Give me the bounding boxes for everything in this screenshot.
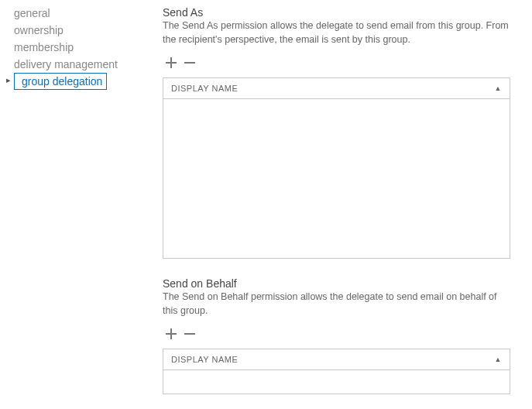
minus-icon (184, 328, 195, 339)
section-desc-send-on-behalf: The Send on Behalf permission allows the… (163, 290, 510, 318)
list-box-send-on-behalf: DISPLAY NAME ▲ (163, 349, 510, 394)
nav-item-ownership[interactable]: ownership (6, 22, 138, 39)
plus-icon (166, 328, 177, 339)
nav-item-delivery-management[interactable]: delivery management (6, 56, 138, 73)
toolbar-send-as (163, 54, 510, 77)
add-button[interactable] (164, 327, 178, 341)
remove-button[interactable] (183, 327, 197, 341)
section-title-send-as: Send As (163, 6, 510, 19)
sort-asc-icon: ▲ (495, 356, 502, 363)
sort-asc-icon: ▲ (495, 84, 502, 92)
column-header-label: DISPLAY NAME (171, 84, 238, 93)
list-header-send-as[interactable]: DISPLAY NAME ▲ (163, 78, 510, 99)
list-header-send-on-behalf[interactable]: DISPLAY NAME ▲ (163, 349, 510, 370)
main-content: Send As The Send As permission allows th… (138, 3, 532, 409)
nav-item-general[interactable]: general (6, 5, 138, 22)
remove-button[interactable] (183, 56, 197, 70)
nav-item-group-delegation[interactable]: group delegation (14, 73, 107, 90)
column-header-label: DISPLAY NAME (171, 355, 238, 364)
list-body-send-on-behalf[interactable] (163, 370, 510, 394)
minus-icon (184, 57, 195, 68)
sidebar: general ownership membership delivery ma… (6, 3, 138, 409)
section-send-on-behalf: Send on Behalf The Send on Behalf permis… (163, 277, 510, 394)
add-button[interactable] (164, 56, 178, 70)
section-title-send-on-behalf: Send on Behalf (163, 277, 510, 290)
list-box-send-as: DISPLAY NAME ▲ (163, 77, 510, 259)
section-desc-send-as: The Send As permission allows the delega… (163, 19, 510, 46)
plus-icon (166, 57, 177, 68)
nav-item-membership[interactable]: membership (6, 39, 138, 56)
list-body-send-as[interactable] (163, 99, 510, 258)
toolbar-send-on-behalf (163, 325, 510, 349)
section-send-as: Send As The Send As permission allows th… (163, 6, 510, 259)
